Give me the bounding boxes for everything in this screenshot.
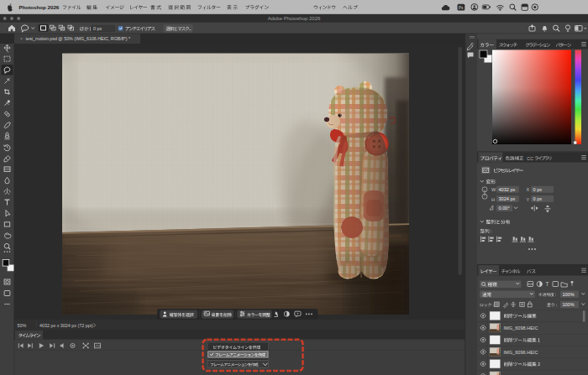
svg-text:100%: 100% xyxy=(563,292,575,297)
svg-text:100%: 100% xyxy=(563,302,575,307)
svg-text:Photoshop 2026: Photoshop 2026 xyxy=(19,4,60,10)
svg-text:0 px: 0 px xyxy=(93,26,102,31)
svg-text:test_motion.psd @ 50% (IMG_610: test_motion.psd @ 50% (IMG_6106.HEIC, RG… xyxy=(26,36,131,41)
svg-text:X: X xyxy=(527,187,530,192)
svg-text:×: × xyxy=(20,36,23,41)
svg-text:W: W xyxy=(491,187,496,192)
svg-text:0 px: 0 px xyxy=(533,187,543,192)
svg-text:H: H xyxy=(491,197,495,202)
svg-text:IMG_6098.HEIC: IMG_6098.HEIC xyxy=(504,326,538,331)
svg-text:3024 px: 3024 px xyxy=(499,196,516,201)
svg-text:4032 px x 3024 px (72 ppi): 4032 px x 3024 px (72 ppi) xyxy=(39,323,93,328)
svg-text:Adobe Photoshop 2026: Adobe Photoshop 2026 xyxy=(268,16,321,21)
svg-text:Ps: Ps xyxy=(459,6,464,10)
svg-text:IMG_6096.HEIC: IMG_6096.HEIC xyxy=(504,350,538,355)
svg-text:T: T xyxy=(546,281,549,287)
svg-text:0.00°: 0.00° xyxy=(499,206,510,211)
svg-text:0 px: 0 px xyxy=(533,196,543,201)
svg-text:50%: 50% xyxy=(18,323,27,328)
svg-text:CC: CC xyxy=(527,156,533,161)
svg-text:Y: Y xyxy=(527,197,530,202)
svg-text:4032 px: 4032 px xyxy=(499,187,516,192)
